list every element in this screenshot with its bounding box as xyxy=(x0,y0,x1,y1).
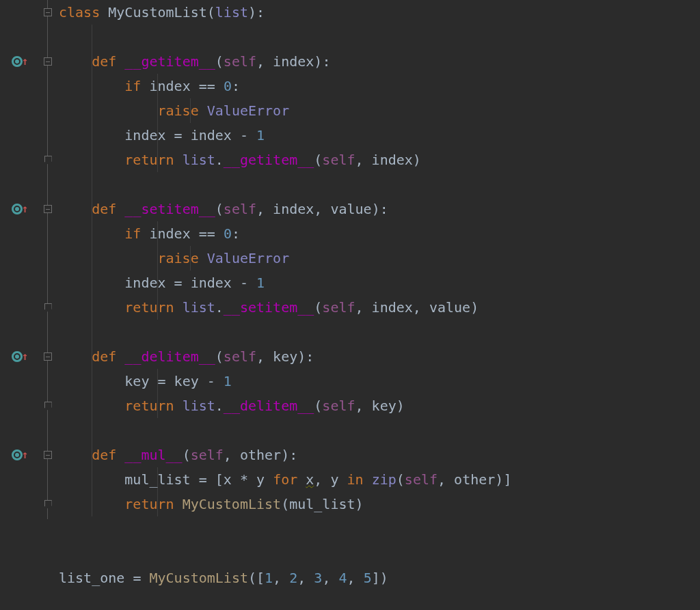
gutter: ↑ ↑ ↑ ↑ xyxy=(0,0,40,610)
fold-column xyxy=(40,0,56,610)
code-line[interactable] xyxy=(59,418,700,443)
fold-end[interactable] xyxy=(40,148,56,172)
code-line[interactable]: return MyCustomList(mul_list) xyxy=(59,492,700,516)
method-name: __getitem__ xyxy=(124,53,215,70)
override-marker[interactable]: ↑ xyxy=(0,49,40,74)
code-line[interactable]: list_one = MyCustomList([1, 2, 3, 4, 5]) xyxy=(59,566,700,590)
fold-toggle[interactable] xyxy=(40,344,56,369)
warning-underline: x xyxy=(306,471,314,488)
fold-toggle[interactable] xyxy=(40,443,56,467)
override-marker[interactable]: ↑ xyxy=(0,197,40,221)
code-line[interactable] xyxy=(59,541,700,566)
code-line[interactable]: if index == 0: xyxy=(59,74,700,98)
fold-toggle[interactable] xyxy=(40,0,56,25)
code-line[interactable] xyxy=(59,172,700,197)
code-line[interactable] xyxy=(59,25,700,49)
code-area[interactable]: class MyCustomList(list): def __getitem_… xyxy=(56,0,700,610)
code-line[interactable]: if index == 0: xyxy=(59,221,700,246)
code-line[interactable]: return list.__setitem__(self, index, val… xyxy=(59,295,700,320)
builtin: list xyxy=(215,4,248,20)
code-line[interactable]: return list.__getitem__(self, index) xyxy=(59,148,700,172)
code-line[interactable]: def __setitem__(self, index, value): xyxy=(59,197,700,221)
method-name: __mul__ xyxy=(124,447,182,463)
code-line[interactable]: index = index - 1 xyxy=(59,123,700,148)
fold-toggle[interactable] xyxy=(40,197,56,221)
code-line[interactable]: class MyCustomList(list): xyxy=(59,0,700,25)
code-line[interactable]: def __getitem__(self, index): xyxy=(59,49,700,74)
fold-toggle[interactable] xyxy=(40,49,56,74)
method-name: __delitem__ xyxy=(124,348,215,365)
fold-end[interactable] xyxy=(40,295,56,320)
override-marker[interactable]: ↑ xyxy=(0,443,40,467)
override-marker[interactable]: ↑ xyxy=(0,344,40,369)
code-line[interactable]: def __mul__(self, other): xyxy=(59,443,700,467)
code-editor[interactable]: ↑ ↑ ↑ ↑ class MyCustomList(list): xyxy=(0,0,700,610)
fold-end[interactable] xyxy=(40,492,56,516)
method-name: __setitem__ xyxy=(124,201,215,217)
code-line[interactable]: return list.__delitem__(self, key) xyxy=(59,393,700,418)
code-line[interactable]: key = key - 1 xyxy=(59,369,700,393)
code-line[interactable] xyxy=(59,516,700,541)
code-line[interactable] xyxy=(59,320,700,344)
code-line[interactable]: index = index - 1 xyxy=(59,271,700,295)
code-line[interactable]: raise ValueError xyxy=(59,246,700,271)
code-line[interactable]: raise ValueError xyxy=(59,98,700,123)
code-line[interactable]: mul_list = [x * y for x, y in zip(self, … xyxy=(59,467,700,492)
fold-end[interactable] xyxy=(40,393,56,418)
code-line[interactable]: def __delitem__(self, key): xyxy=(59,344,700,369)
class-name: MyCustomList xyxy=(108,4,207,20)
keyword: class xyxy=(59,4,100,20)
